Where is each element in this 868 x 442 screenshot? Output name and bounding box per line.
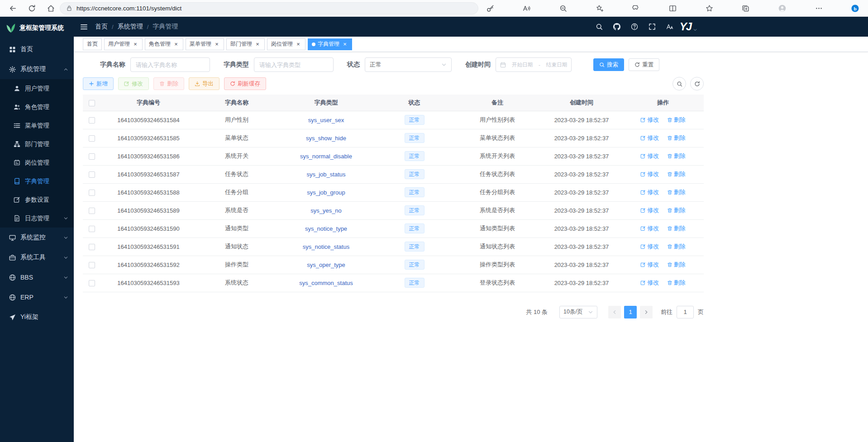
split-screen-icon[interactable] — [668, 4, 677, 13]
dict-type-input[interactable] — [254, 57, 334, 72]
delete-row-button[interactable]: 删除 — [667, 188, 686, 196]
tab-dict[interactable]: 字典管理 × — [308, 38, 352, 50]
settings-more-icon[interactable] — [814, 4, 823, 13]
edit-row-button[interactable]: 修改 — [640, 242, 659, 251]
hamburger-icon[interactable] — [80, 23, 88, 31]
key-icon[interactable] — [486, 4, 495, 13]
dict-name-input[interactable] — [130, 57, 210, 72]
profile-icon[interactable] — [778, 4, 787, 13]
search-icon[interactable] — [593, 21, 606, 33]
user-avatar[interactable]: YJ — [680, 21, 697, 32]
current-page-button[interactable]: 1 — [624, 306, 637, 318]
delete-row-button[interactable]: 删除 — [667, 134, 686, 142]
sidebar-item-post-management[interactable]: 岗位管理 — [0, 153, 74, 172]
export-button[interactable]: 导出 — [189, 77, 219, 90]
dict-type-link[interactable]: sys_user_sex — [308, 117, 344, 124]
close-icon[interactable]: × — [132, 41, 138, 48]
back-icon[interactable] — [8, 4, 17, 13]
delete-row-button[interactable]: 删除 — [667, 261, 686, 269]
tab-menu[interactable]: 菜单管理 × — [186, 38, 224, 50]
breadcrumb-item[interactable]: 首页 — [95, 23, 108, 31]
edit-row-button[interactable]: 修改 — [640, 116, 659, 124]
status-select[interactable]: 正常 — [365, 57, 452, 72]
delete-row-button[interactable]: 删除 — [667, 279, 686, 287]
dict-type-link[interactable]: sys_oper_type — [307, 261, 345, 268]
close-icon[interactable]: × — [342, 41, 348, 48]
search-button[interactable]: 搜索 — [593, 58, 624, 71]
home-icon[interactable] — [46, 4, 55, 13]
dict-type-link[interactable]: sys_common_status — [299, 280, 353, 286]
dict-type-link[interactable]: sys_notice_status — [303, 243, 349, 250]
toggle-search-button[interactable] — [672, 77, 686, 90]
close-icon[interactable]: × — [295, 41, 301, 48]
sidebar-item-home[interactable]: 首页 — [0, 39, 74, 59]
collections-icon[interactable] — [741, 4, 750, 13]
row-checkbox[interactable] — [89, 135, 95, 142]
delete-button[interactable]: 删除 — [153, 77, 184, 90]
favorites-icon[interactable] — [705, 4, 714, 13]
sidebar-item-bbs[interactable]: BBS — [0, 267, 74, 287]
next-page-button[interactable] — [640, 306, 653, 318]
sidebar-item-param-settings[interactable]: 参数设置 — [0, 190, 74, 209]
dict-type-link[interactable]: sys_normal_disable — [300, 153, 352, 160]
edit-row-button[interactable]: 修改 — [640, 134, 659, 142]
edit-button[interactable]: 修改 — [118, 77, 149, 90]
tab-post[interactable]: 岗位管理 × — [267, 38, 305, 50]
edit-row-button[interactable]: 修改 — [640, 188, 659, 196]
refresh-cache-button[interactable]: 刷新缓存 — [224, 77, 266, 90]
tab-home[interactable]: 首页 — [83, 38, 102, 50]
delete-row-button[interactable]: 删除 — [667, 170, 686, 178]
goto-page-input[interactable] — [677, 306, 694, 318]
row-checkbox[interactable] — [89, 117, 95, 124]
delete-row-button[interactable]: 删除 — [667, 152, 686, 160]
refresh-table-button[interactable] — [690, 77, 704, 90]
dict-type-link[interactable]: sys_notice_type — [305, 225, 347, 232]
page-size-select[interactable]: 10条/页 — [559, 306, 597, 318]
date-range-picker[interactable]: 开始日期 - 结束日期 — [496, 57, 572, 72]
sidebar-item-system-management[interactable]: 系统管理 — [0, 59, 74, 79]
row-checkbox[interactable] — [89, 244, 95, 250]
refresh-icon[interactable] — [27, 4, 36, 13]
close-icon[interactable]: × — [214, 41, 220, 48]
edit-row-button[interactable]: 修改 — [640, 206, 659, 214]
sidebar-item-role-management[interactable]: 角色管理 — [0, 98, 74, 116]
delete-row-button[interactable]: 删除 — [667, 242, 686, 251]
breadcrumb-item[interactable]: 系统管理 — [118, 23, 143, 31]
sidebar-item-yi-framework[interactable]: Yi框架 — [0, 307, 74, 327]
sidebar-item-system-monitor[interactable]: 系统监控 — [0, 228, 74, 247]
row-checkbox[interactable] — [89, 262, 95, 268]
address-bar[interactable]: https://ccnetcore.com:1101/system/dict — [60, 2, 478, 14]
sidebar-item-dict-management[interactable]: 字典管理 — [0, 172, 74, 190]
close-icon[interactable]: × — [173, 41, 179, 48]
edit-row-button[interactable]: 修改 — [640, 170, 659, 178]
sidebar-item-menu-management[interactable]: 菜单管理 — [0, 116, 74, 135]
edit-row-button[interactable]: 修改 — [640, 224, 659, 233]
zoom-out-icon[interactable] — [558, 4, 568, 13]
sidebar-item-log-management[interactable]: 日志管理 — [0, 209, 74, 228]
tab-role[interactable]: 角色管理 × — [145, 38, 183, 50]
sidebar-item-erp[interactable]: ERP — [0, 287, 74, 307]
dict-type-link[interactable]: sys_job_status — [307, 171, 346, 178]
edit-row-button[interactable]: 修改 — [640, 261, 659, 269]
select-all-checkbox[interactable] — [89, 100, 95, 106]
tab-user[interactable]: 用户管理 × — [104, 38, 143, 50]
extensions-icon[interactable] — [632, 4, 641, 13]
fullscreen-icon[interactable] — [646, 21, 658, 33]
edit-row-button[interactable]: 修改 — [640, 152, 659, 160]
row-checkbox[interactable] — [89, 190, 95, 196]
close-icon[interactable]: × — [254, 41, 261, 48]
bing-icon[interactable]: b — [851, 4, 860, 13]
question-icon[interactable] — [629, 21, 641, 33]
row-checkbox[interactable] — [89, 171, 95, 178]
dict-type-link[interactable]: sys_yes_no — [310, 207, 342, 214]
delete-row-button[interactable]: 删除 — [667, 224, 686, 233]
delete-row-button[interactable]: 删除 — [667, 116, 686, 124]
sidebar-item-user-management[interactable]: 用户管理 — [0, 79, 74, 98]
row-checkbox[interactable] — [89, 226, 95, 232]
edit-row-button[interactable]: 修改 — [640, 279, 659, 287]
row-checkbox[interactable] — [89, 208, 95, 214]
reset-button[interactable]: 重置 — [629, 58, 659, 71]
tab-dept[interactable]: 部门管理 × — [226, 38, 265, 50]
row-checkbox[interactable] — [89, 153, 95, 160]
github-icon[interactable] — [611, 21, 623, 33]
